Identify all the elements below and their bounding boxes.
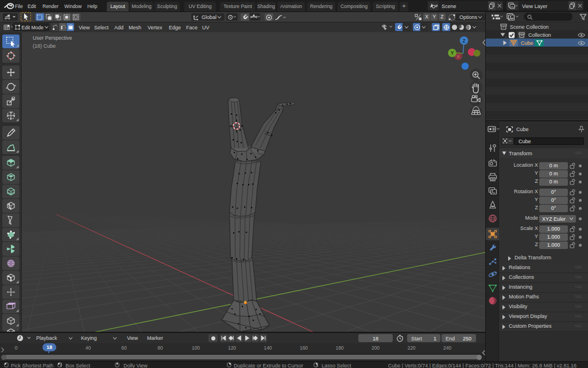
- svg-text:Y: Y: [451, 50, 454, 56]
- svg-text:Z: Z: [462, 38, 465, 44]
- svg-text:X: X: [457, 54, 460, 59]
